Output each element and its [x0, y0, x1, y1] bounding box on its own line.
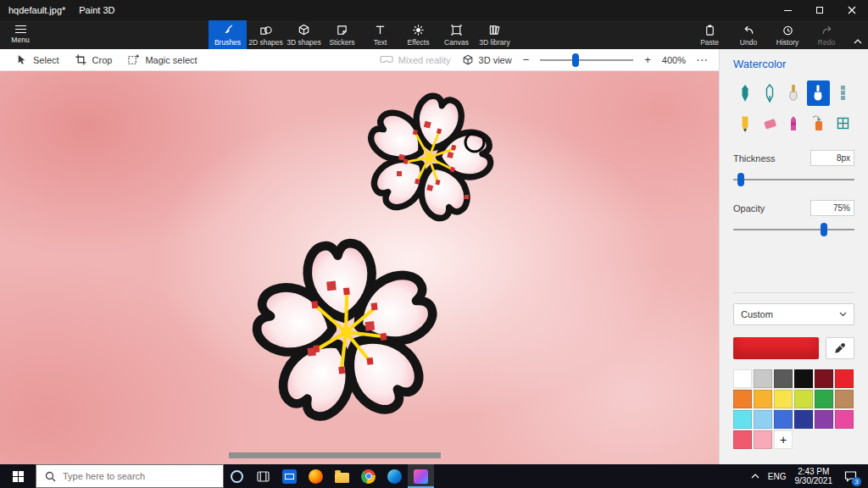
start-button[interactable] — [0, 464, 36, 488]
tab-effects[interactable]: Effects — [399, 20, 437, 49]
3d-view-button[interactable]: 3D view — [462, 54, 512, 66]
palette-swatch[interactable] — [774, 410, 793, 429]
taskbar-search[interactable] — [36, 464, 224, 488]
search-input[interactable] — [63, 471, 203, 481]
palette-swatch[interactable] — [754, 410, 772, 429]
palette-swatch[interactable] — [733, 410, 752, 429]
palette-swatch[interactable] — [754, 390, 772, 408]
palette-swatch[interactable] — [733, 430, 752, 449]
select-button[interactable]: Select — [15, 53, 59, 66]
file-explorer-button[interactable] — [329, 464, 355, 488]
tab-text[interactable]: Text — [361, 20, 399, 49]
palette-swatch[interactable] — [794, 369, 813, 388]
canvas-artwork[interactable] — [0, 71, 719, 464]
canvas[interactable] — [0, 71, 719, 464]
palette-swatch[interactable] — [733, 390, 752, 408]
task-view-icon — [257, 471, 270, 482]
redo-icon — [821, 24, 833, 36]
menu-button[interactable]: Menu — [0, 20, 41, 49]
zoom-in-button[interactable]: + — [644, 53, 651, 66]
palette-swatch[interactable] — [733, 369, 752, 388]
brush-marker[interactable] — [734, 80, 757, 106]
mail-app-button[interactable] — [276, 464, 303, 488]
restore-button[interactable] — [804, 0, 836, 20]
brush-pencil[interactable] — [734, 111, 757, 136]
thickness-slider-thumb[interactable] — [737, 173, 744, 186]
current-color-swatch[interactable] — [733, 337, 819, 359]
undo-button[interactable]: Undo — [729, 20, 768, 49]
palette-swatch[interactable] — [774, 369, 793, 388]
brush-pixel-eraser[interactable] — [831, 111, 854, 136]
canvas-icon — [450, 24, 463, 36]
action-center-button[interactable]: 3 — [841, 464, 860, 488]
windows-logo-icon — [13, 471, 24, 482]
zoom-slider-track[interactable] — [540, 59, 633, 61]
opacity-input[interactable] — [810, 200, 854, 216]
color-mode-dropdown[interactable]: Custom — [733, 303, 854, 325]
opacity-slider[interactable] — [733, 223, 854, 236]
firefox-button[interactable] — [303, 464, 329, 488]
minimize-button[interactable] — [771, 0, 804, 20]
magic-select-button[interactable]: Magic select — [127, 53, 197, 66]
chrome-button[interactable] — [355, 464, 381, 488]
chevron-up-icon — [854, 39, 862, 44]
history-button[interactable]: History — [768, 20, 807, 49]
close-button[interactable] — [836, 0, 868, 20]
palette-swatch[interactable] — [794, 410, 813, 429]
palette-swatch[interactable] — [815, 369, 833, 388]
thickness-slider[interactable] — [733, 173, 854, 186]
tray-chevron-icon[interactable] — [751, 474, 760, 479]
paint3d-taskbar-button[interactable] — [408, 464, 434, 488]
clock[interactable]: 2:43 PM 9/30/2021 — [795, 467, 833, 485]
thickness-input[interactable] — [810, 150, 854, 166]
palette-swatch[interactable] — [754, 369, 772, 388]
paste-button[interactable]: Paste — [690, 20, 729, 49]
brush-panel: Watercolor — [719, 49, 868, 464]
crop-button[interactable]: Crop — [75, 53, 113, 66]
brush-crayon[interactable] — [782, 111, 805, 136]
palette-swatch[interactable] — [835, 390, 854, 408]
tab-3d-shapes[interactable]: 3D shapes — [285, 20, 323, 49]
mixed-reality-button[interactable]: Mixed reality — [380, 54, 451, 65]
brush-eraser[interactable] — [758, 111, 781, 136]
palette-swatch[interactable] — [794, 390, 813, 408]
brush-calligraphy[interactable] — [758, 80, 781, 106]
tab-canvas[interactable]: Canvas — [437, 20, 476, 49]
eyedropper-button[interactable] — [826, 337, 854, 359]
palette-swatch[interactable] — [835, 410, 854, 429]
task-view-button[interactable] — [250, 464, 276, 488]
redo-button[interactable]: Redo — [807, 20, 846, 49]
brush-spray-can[interactable] — [807, 111, 830, 136]
language-indicator[interactable]: ENG — [768, 472, 787, 481]
zoom-slider[interactable] — [540, 53, 633, 67]
palette-swatch[interactable] — [774, 390, 793, 408]
palette-swatch[interactable] — [815, 390, 833, 408]
tab-stickers[interactable]: Stickers — [323, 20, 361, 49]
brush-watercolor[interactable] — [807, 80, 830, 106]
edge-button[interactable] — [381, 464, 408, 488]
taskbar: ENG 2:43 PM 9/30/2021 3 — [0, 464, 868, 488]
palette-swatch[interactable] — [754, 430, 772, 449]
palette-swatch[interactable] — [815, 410, 833, 429]
tab-brushes[interactable]: Brushes — [209, 20, 247, 49]
collapse-ribbon-button[interactable] — [854, 32, 862, 47]
horizontal-scrollbar[interactable] — [229, 452, 441, 458]
tab-2d-shapes[interactable]: 2D shapes — [247, 20, 285, 49]
tab-3d-library[interactable]: 3D library — [476, 20, 514, 49]
more-options-button[interactable]: ··· — [697, 55, 709, 65]
opacity-slider-track[interactable] — [733, 229, 854, 230]
brush-pixel-pen[interactable] — [831, 80, 854, 106]
color-mode-label: Custom — [741, 309, 773, 319]
opacity-slider-thumb[interactable] — [821, 223, 827, 236]
palette-swatch[interactable] — [835, 369, 854, 388]
add-color-button[interactable]: + — [774, 430, 793, 449]
zoom-slider-thumb[interactable] — [572, 53, 579, 67]
crop-icon — [75, 53, 87, 66]
mixed-reality-icon — [380, 54, 393, 65]
brush-oil[interactable] — [782, 80, 805, 106]
zoom-out-button[interactable]: − — [523, 53, 530, 66]
thickness-slider-track[interactable] — [733, 179, 854, 180]
3d-view-icon — [462, 54, 474, 66]
cortana-button[interactable] — [224, 464, 250, 488]
menu-label: Menu — [11, 36, 29, 44]
